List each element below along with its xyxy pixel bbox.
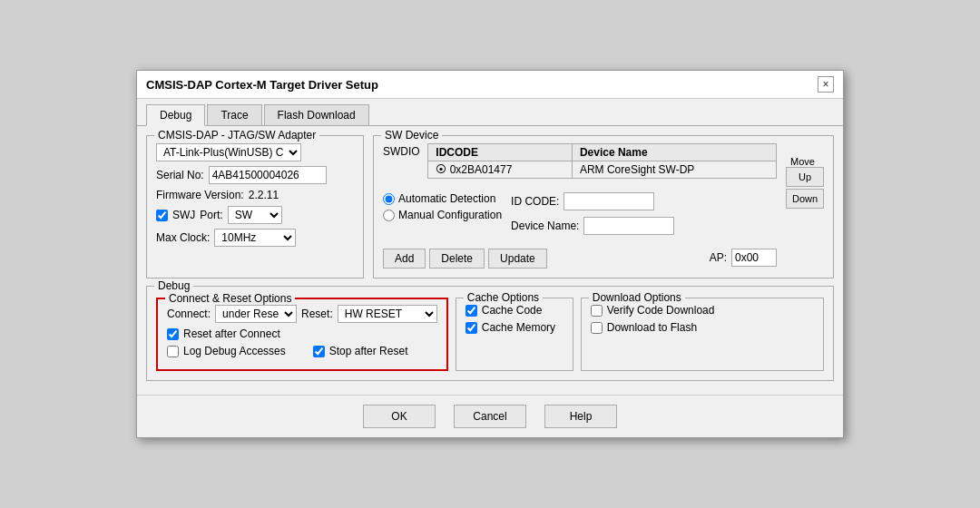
delete-button[interactable]: Delete [429,249,485,269]
log-debug-checkbox[interactable] [167,346,179,357]
stop-after-reset-label: Stop after Reset [329,345,408,357]
detection-options: Automatic Detection Manual Configuration [383,192,502,221]
stop-after-reset-checkbox[interactable] [313,346,325,357]
title-bar: CMSIS-DAP Cortex-M Target Driver Setup × [137,71,843,99]
reset-label: Reset: [301,308,333,320]
idcode-header: IDCODE [428,144,573,161]
connect-label: Connect: [167,308,211,320]
port-select[interactable]: SW JTAG [228,206,282,224]
add-button[interactable]: Add [383,249,426,269]
manual-config-radio[interactable] [383,210,395,221]
reset-after-connect-checkbox[interactable] [167,328,179,340]
cache-code-row: Cache Code [466,304,564,317]
download-flash-label: Download to Flash [607,321,697,334]
sw-table-section: SWDIO IDCODE Device Name [383,143,777,179]
connect-select[interactable]: under Reset Normal with Pre-reset [215,305,297,323]
cache-memory-checkbox[interactable] [466,322,477,334]
manual-config-option[interactable]: Manual Configuration [383,209,502,221]
serial-label: Serial No: [156,169,204,181]
debug-outer-group: Debug Connect & Reset Options Connect: u… [146,286,834,381]
download-flash-row: Download to Flash [591,321,814,334]
cache-code-checkbox[interactable] [466,305,477,317]
device-name-input[interactable] [583,217,674,235]
sw-device-label: SW Device [381,129,442,142]
adapter-select[interactable]: AT-Link-Plus(WinUSB) CMSI [156,143,301,161]
action-buttons: Add Delete Update [383,249,547,269]
ap-input[interactable]: 0x00 [731,249,777,267]
log-debug-stop-row: Log Debug Accesses Stop after Reset [167,345,437,357]
reset-after-connect-label: Reset after Connect [183,327,280,340]
jtag-group: CMSIS-DAP - JTAG/SW Adapter AT-Link-Plus… [146,135,364,278]
serial-row: Serial No: 4AB41500004026 [156,166,354,184]
connect-reset-group: Connect & Reset Options Connect: under R… [156,298,448,371]
cache-memory-row: Cache Memory [466,321,564,334]
download-flash-checkbox[interactable] [591,322,603,334]
table-row[interactable]: ⦿ 0x2BA01477 ARM CoreSight SW-DP [428,161,777,179]
move-up-button[interactable]: Up [786,167,824,187]
verify-code-label: Verify Code Download [607,304,715,317]
cache-options-group: Cache Options Cache Code Cache Memory [456,298,573,371]
radio-dot: ⦿ [436,163,446,176]
log-debug-label: Log Debug Accesses [183,345,286,357]
adapter-row: AT-Link-Plus(WinUSB) CMSI [156,143,354,161]
port-label: Port: [200,209,222,221]
ok-button[interactable]: OK [363,405,436,428]
download-options-label: Download Options [589,291,685,304]
verify-code-row: Verify Code Download [591,304,814,317]
sw-table: IDCODE Device Name ⦿ 0x2BA01477 [427,143,777,179]
max-clock-row: Max Clock: 1MHz 5MHz 10MHz 20MHz [156,229,354,247]
cache-memory-label: Cache Memory [482,321,555,334]
cache-code-label: Cache Code [482,304,543,317]
auto-detect-radio[interactable] [383,193,395,205]
cancel-button[interactable]: Cancel [454,405,526,428]
idcode-cell: ⦿ 0x2BA01477 [428,161,573,179]
tab-trace[interactable]: Trace [207,104,261,125]
tab-bar: Debug Trace Flash Download [137,99,843,126]
id-code-label: ID CODE: [511,195,559,208]
firmware-row: Firmware Version: 2.2.11 [156,189,354,201]
close-button[interactable]: × [818,76,834,93]
sw-device-group: SW Device SWDIO IDCODE Device Name [373,135,834,278]
help-button[interactable]: Help [544,405,617,428]
update-button[interactable]: Update [488,249,547,269]
move-down-button[interactable]: Down [786,189,824,209]
connect-reset-row: Connect: under Reset Normal with Pre-res… [167,305,437,323]
max-clock-select[interactable]: 1MHz 5MHz 10MHz 20MHz [214,229,296,247]
ap-row: AP: 0x00 [710,249,777,267]
connect-reset-label: Connect & Reset Options [165,292,295,305]
dialog: CMSIS-DAP Cortex-M Target Driver Setup ×… [136,70,844,438]
swj-row: SWJ Port: SW JTAG [156,206,354,224]
swj-checkbox[interactable] [156,210,168,221]
firmware-value: 2.2.11 [249,189,279,201]
main-content: CMSIS-DAP - JTAG/SW Adapter AT-Link-Plus… [137,126,843,390]
device-name-header: Device Name [572,144,776,161]
footer-buttons: OK Cancel Help [137,395,843,437]
ap-label: AP: [710,251,727,264]
device-name-row: Device Name: [511,217,674,235]
tab-flash-download[interactable]: Flash Download [264,104,369,125]
auto-detect-option[interactable]: Automatic Detection [383,192,502,205]
move-buttons: Up Down [786,167,824,209]
serial-input[interactable]: 4AB41500004026 [209,166,327,184]
max-clock-label: Max Clock: [156,231,210,244]
firmware-label: Firmware Version: [156,189,244,201]
dialog-title: CMSIS-DAP Cortex-M Target Driver Setup [146,78,378,92]
jtag-group-label: CMSIS-DAP - JTAG/SW Adapter [154,129,319,142]
device-name-cell: ARM CoreSight SW-DP [572,161,776,179]
download-options-group: Download Options Verify Code Download Do… [581,298,824,371]
id-code-section: ID CODE: Device Name: [511,192,674,238]
id-code-input[interactable] [564,192,654,210]
swdio-label: SWDIO [383,143,423,158]
id-code-row: ID CODE: [511,192,674,210]
device-name-field-label: Device Name: [511,220,579,232]
reset-select[interactable]: HW RESET SW RESET VECTRESET [338,305,437,323]
debug-section: Connect & Reset Options Connect: under R… [156,298,824,371]
verify-code-checkbox[interactable] [591,305,603,317]
debug-group-label: Debug [154,279,193,292]
cache-options-label: Cache Options [464,291,543,304]
tab-debug[interactable]: Debug [146,104,205,126]
move-label: Move [790,156,815,167]
manual-config-label: Manual Configuration [398,209,502,221]
swj-label: SWJ [172,209,195,221]
idcode-value: 0x2BA01477 [450,163,513,176]
